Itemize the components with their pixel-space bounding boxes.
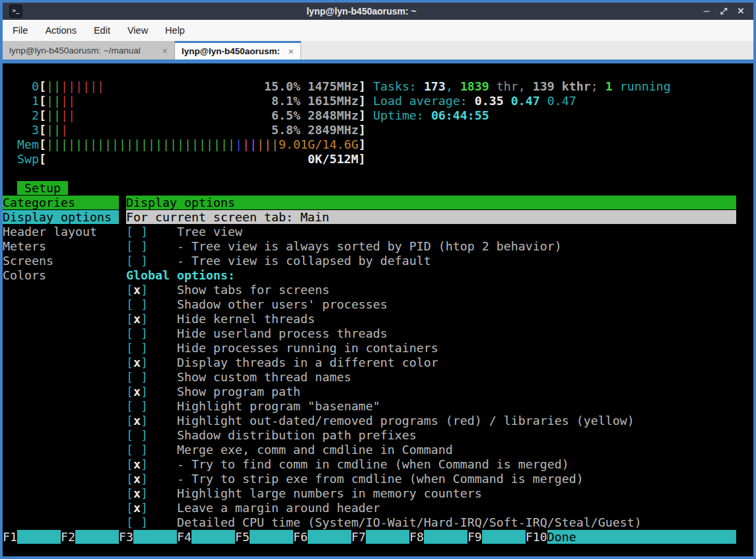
- option-detailed-cpu-time-label[interactable]: Detailed CPU time (System/IO-Wait/Hard-I…: [177, 515, 642, 529]
- option-row: [ ] Detailed CPU time (System/IO-Wait/Ha…: [3, 515, 753, 530]
- fkey-f1[interactable]: F1: [3, 530, 17, 544]
- option-custom-thread-names-label[interactable]: Show custom thread names: [177, 370, 351, 384]
- tab-2-active[interactable]: lynp@lyn-b450aorusm: ~×: [175, 41, 301, 59]
- text-segment: x: [133, 385, 141, 398]
- fkey-f9[interactable]: F9: [467, 530, 482, 544]
- fkey-f10-label[interactable]: Done: [547, 530, 576, 544]
- option-hide-kernel-threads-checkbox[interactable]: [: [126, 312, 133, 326]
- text-segment: Tasks:: [373, 79, 424, 93]
- text-segment: Uptime:: [373, 108, 431, 122]
- fkey-f1-label[interactable]: [17, 530, 61, 544]
- fkey-f9-label[interactable]: [482, 530, 526, 544]
- text-segment: [3, 123, 32, 137]
- option-leave-margin-header-checkbox[interactable]: [: [126, 501, 133, 515]
- option-highlight-basename-checkbox[interactable]: [ ]: [126, 399, 148, 413]
- option-show-tabs-label[interactable]: Show tabs for screens: [177, 283, 329, 297]
- fkey-f2[interactable]: F2: [61, 530, 75, 544]
- category-header-layout[interactable]: Header layout: [3, 225, 97, 239]
- option-highlight-outdated-label[interactable]: Highlight out-dated/removed programs (re…: [177, 414, 635, 428]
- category-meters[interactable]: Meters: [3, 239, 46, 253]
- text-segment: |: [235, 137, 242, 151]
- window-controls: ─ ⤢ ✕: [701, 5, 753, 17]
- cpu3-label: 3: [32, 123, 39, 137]
- fkey-f4[interactable]: F4: [177, 530, 191, 544]
- fkey-f8[interactable]: F8: [409, 530, 424, 544]
- text-segment: [148, 254, 177, 268]
- menu-view[interactable]: View: [119, 20, 156, 41]
- option-tree-collapsed-label[interactable]: - Tree view is collapsed by default: [177, 254, 431, 268]
- option-detailed-cpu-time-checkbox[interactable]: [ ]: [126, 515, 148, 529]
- text-segment: [366, 108, 373, 122]
- tab-close-icon[interactable]: ×: [283, 46, 294, 57]
- option-strip-exe-from-cmdline-checkbox[interactable]: [: [126, 472, 133, 486]
- option-row: [x] Highlight out-dated/removed programs…: [3, 414, 753, 428]
- fkey-f6-label[interactable]: [308, 530, 351, 544]
- option-hide-container-processes-checkbox[interactable]: [ ]: [126, 341, 148, 355]
- option-show-tabs-checkbox[interactable]: [: [126, 283, 133, 297]
- option-hide-kernel-threads-label[interactable]: Hide kernel threads: [177, 312, 315, 326]
- close-button[interactable]: ✕: [735, 5, 747, 17]
- fkey-f2-label[interactable]: [75, 530, 119, 544]
- fkey-f8-label[interactable]: [424, 530, 467, 544]
- text-segment: [3, 341, 126, 355]
- screen-tabs-row: Setup: [3, 181, 753, 196]
- option-tree-sorted-checkbox[interactable]: [ ]: [126, 239, 148, 253]
- option-shadow-distribution-paths-checkbox[interactable]: [ ]: [126, 428, 148, 442]
- option-find-comm-in-cmdline-label[interactable]: - Try to find comm in cmdline (when Comm…: [177, 457, 569, 471]
- option-merge-exe-comm-cmdline-label[interactable]: Merge exe, comm and cmdline in Command: [177, 443, 453, 457]
- option-current-screen-tab[interactable]: For current screen tab: Main: [126, 210, 329, 224]
- option-tree-view-checkbox[interactable]: [ ]: [126, 225, 148, 239]
- option-highlight-outdated-checkbox[interactable]: [: [126, 414, 133, 428]
- fkey-f5-label[interactable]: [250, 530, 293, 544]
- option-hide-userland-threads-label[interactable]: Hide userland process threads: [177, 326, 388, 340]
- option-show-program-path-checkbox[interactable]: [: [126, 385, 133, 398]
- category-colors[interactable]: Colors: [3, 268, 46, 282]
- selected-row: Display options For current screen tab: …: [3, 210, 753, 225]
- menu-edit[interactable]: Edit: [85, 20, 119, 41]
- tab-1[interactable]: lynp@lyn-b450aorusm: ~/manual×: [3, 41, 175, 59]
- option-custom-thread-names-checkbox[interactable]: [ ]: [126, 370, 148, 384]
- terminal-icon: >_: [9, 5, 22, 18]
- tab-close-icon[interactable]: ×: [156, 45, 168, 56]
- option-highlight-large-numbers-label[interactable]: Highlight large numbers in memory counte…: [177, 486, 482, 500]
- fkey-f5[interactable]: F5: [235, 530, 250, 544]
- option-hide-userland-threads-checkbox[interactable]: [ ]: [126, 326, 148, 340]
- text-segment: [3, 181, 17, 195]
- option-strip-exe-from-cmdline-label[interactable]: - Try to strip exe from cmdline (when Co…: [177, 472, 584, 486]
- option-merge-exe-comm-cmdline-checkbox[interactable]: [ ]: [126, 443, 148, 457]
- minimize-button[interactable]: ─: [701, 5, 712, 17]
- text-segment: [75, 108, 264, 122]
- menu-file[interactable]: File: [4, 20, 36, 41]
- option-display-threads-color-checkbox[interactable]: [: [126, 355, 133, 369]
- fkey-f6[interactable]: F6: [293, 530, 308, 544]
- option-row: [x] Display threads in a different color: [3, 355, 753, 370]
- option-display-threads-color-label[interactable]: Display threads in a different color: [177, 355, 438, 369]
- option-shadow-users-label[interactable]: Shadow other users' processes: [177, 297, 388, 311]
- window-title: lynp@lyn-b450aorusm: ~: [22, 6, 701, 17]
- menu-help[interactable]: Help: [156, 20, 193, 41]
- fkey-f3[interactable]: F3: [119, 530, 133, 544]
- option-highlight-large-numbers-checkbox[interactable]: [: [126, 486, 133, 500]
- fkey-f7[interactable]: F7: [351, 530, 366, 544]
- option-shadow-users-checkbox[interactable]: [ ]: [126, 297, 148, 311]
- fkey-f10[interactable]: F10: [526, 530, 547, 544]
- option-show-program-path-label[interactable]: Show program path: [177, 385, 300, 398]
- option-hide-container-processes-label[interactable]: Hide processes running in containers: [177, 341, 438, 355]
- fkey-f4-label[interactable]: [191, 530, 235, 544]
- text-segment: [148, 428, 177, 442]
- maximize-button[interactable]: ⤢: [718, 5, 730, 17]
- category-display-options[interactable]: Display options: [3, 210, 119, 224]
- option-tree-sorted-label[interactable]: - Tree view is always sorted by PID (hto…: [177, 239, 562, 253]
- option-shadow-distribution-paths-label[interactable]: Shadow distribution path prefixes: [177, 428, 417, 442]
- setup-tab[interactable]: Setup: [17, 181, 68, 195]
- option-leave-margin-header-label[interactable]: Leave a margin around header: [177, 501, 380, 515]
- category-screens[interactable]: Screens: [3, 254, 53, 268]
- option-find-comm-in-cmdline-checkbox[interactable]: [: [126, 457, 133, 471]
- menu-actions[interactable]: Actions: [36, 20, 85, 41]
- fkey-f7-label[interactable]: [366, 530, 409, 544]
- option-tree-view-label[interactable]: Tree view: [177, 225, 242, 239]
- text-segment: ]: [359, 108, 366, 122]
- fkey-f3-label[interactable]: [133, 530, 177, 544]
- option-highlight-basename-label[interactable]: Highlight program "basename": [177, 399, 380, 413]
- option-tree-collapsed-checkbox[interactable]: [ ]: [126, 254, 148, 268]
